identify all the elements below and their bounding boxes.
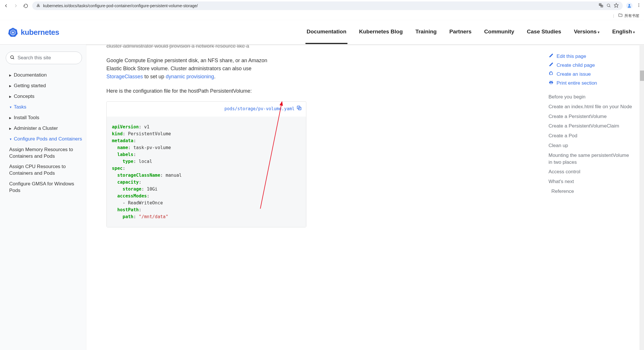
pencil-icon bbox=[549, 62, 554, 68]
svg-rect-2 bbox=[39, 6, 40, 7]
toc-item[interactable]: Create a PersistentVolumeClaim bbox=[549, 123, 632, 130]
profile-avatar[interactable] bbox=[626, 3, 632, 9]
link-dynamic-provisioning[interactable]: dynamic provisioning bbox=[166, 74, 214, 79]
svg-line-4 bbox=[37, 5, 38, 6]
svg-point-14 bbox=[639, 6, 639, 7]
toc-item[interactable]: Create an index.html file on your Node bbox=[549, 103, 632, 110]
paragraph: Google Compute Engine persistent disk, a… bbox=[106, 57, 267, 81]
scrollbar-thumb[interactable] bbox=[640, 71, 644, 81]
search-input[interactable] bbox=[6, 52, 82, 64]
code-source-link[interactable]: pods/storage/pv-volume.yaml bbox=[224, 106, 295, 112]
svg-point-13 bbox=[639, 5, 639, 6]
nav-language[interactable]: English bbox=[611, 20, 636, 44]
toc-item[interactable]: What's next bbox=[549, 178, 632, 185]
toc-item[interactable]: Create a PersistentVolume bbox=[549, 113, 632, 120]
reload-button[interactable] bbox=[22, 3, 29, 9]
toc-item[interactable]: Access control bbox=[549, 168, 632, 175]
toc-item[interactable]: Reference bbox=[549, 188, 632, 195]
action-create-child[interactable]: Create child page bbox=[549, 62, 632, 68]
action-create-issue[interactable]: Create an issue bbox=[549, 71, 632, 77]
sidebar-item-getting-started[interactable]: ▶Getting started bbox=[4, 81, 86, 91]
link-storageclasses[interactable]: StorageClasses bbox=[106, 74, 143, 79]
site-header: kubernetes Documentation Kubernetes Blog… bbox=[0, 20, 644, 45]
translate-icon[interactable] bbox=[599, 3, 603, 9]
nav-case-studies[interactable]: Case Studies bbox=[526, 20, 562, 44]
kubernetes-logo-icon bbox=[8, 27, 18, 37]
github-icon bbox=[549, 71, 554, 77]
sidebar-item-assign-cpu[interactable]: Assign CPU Resources to Containers and P… bbox=[4, 161, 86, 179]
svg-line-26 bbox=[13, 58, 14, 59]
nav-documentation[interactable]: Documentation bbox=[305, 20, 347, 44]
sidebar-item-documentation[interactable]: ▶Documentation bbox=[4, 70, 86, 81]
svg-point-24 bbox=[12, 32, 13, 33]
copy-icon[interactable] bbox=[296, 105, 302, 113]
sidebar-item-administer-cluster[interactable]: ▶Administer a Cluster bbox=[4, 123, 86, 134]
code-body: apiVersion: v1 kind: PersistentVolume me… bbox=[107, 117, 306, 227]
clipped-text: cluster administrator would provision a … bbox=[106, 45, 267, 50]
forward-button[interactable] bbox=[13, 3, 19, 9]
sidebar-item-assign-memory[interactable]: Assign Memory Resources to Containers an… bbox=[4, 144, 86, 162]
bookmarks-bar: | 所有书签 bbox=[0, 12, 644, 20]
address-bar[interactable]: kubernetes.io/docs/tasks/configure-pod-c… bbox=[32, 1, 623, 10]
svg-line-5 bbox=[38, 5, 39, 6]
menu-icon[interactable] bbox=[637, 3, 641, 9]
nav-training[interactable]: Training bbox=[414, 20, 438, 44]
zoom-icon[interactable] bbox=[606, 3, 611, 9]
sidebar: ▶Documentation ▶Getting started ▶Concept… bbox=[0, 45, 86, 350]
toc-item[interactable]: Mounting the same persistentVolume in tw… bbox=[549, 152, 632, 166]
folder-icon[interactable] bbox=[618, 13, 623, 18]
site-info-icon[interactable] bbox=[36, 3, 40, 8]
nav-community[interactable]: Community bbox=[483, 20, 515, 44]
svg-point-12 bbox=[639, 3, 639, 4]
divider: | bbox=[613, 14, 614, 18]
paragraph: Here is the configuration file for the h… bbox=[106, 87, 267, 95]
svg-point-8 bbox=[607, 4, 610, 6]
sidebar-item-configure-pods[interactable]: ▼Configure Pods and Containers bbox=[4, 134, 86, 144]
logo-text: kubernetes bbox=[21, 28, 59, 37]
nav-partners[interactable]: Partners bbox=[448, 20, 473, 44]
nav-blog[interactable]: Kubernetes Blog bbox=[358, 20, 404, 44]
code-block: pods/storage/pv-volume.yaml apiVersion: … bbox=[106, 101, 306, 227]
toc-item[interactable]: Before you begin bbox=[549, 94, 632, 100]
logo[interactable]: kubernetes bbox=[8, 27, 59, 37]
sidebar-item-concepts[interactable]: ▶Concepts bbox=[4, 91, 86, 102]
back-button[interactable] bbox=[3, 3, 9, 9]
sidebar-item-configure-gmsa[interactable]: Configure GMSA for Windows Pods bbox=[4, 179, 86, 196]
print-icon bbox=[549, 80, 554, 86]
svg-point-11 bbox=[628, 4, 630, 6]
all-bookmarks-label[interactable]: 所有书签 bbox=[624, 13, 639, 18]
svg-line-9 bbox=[609, 6, 610, 7]
nav-versions[interactable]: Versions bbox=[573, 20, 601, 44]
url-text: kubernetes.io/docs/tasks/configure-pod-c… bbox=[43, 3, 198, 8]
pencil-icon bbox=[549, 53, 554, 59]
action-print-section[interactable]: Print entire section bbox=[549, 80, 632, 86]
sidebar-item-tasks[interactable]: ▼Tasks bbox=[4, 102, 86, 113]
table-of-contents: Before you begin Create an index.html fi… bbox=[549, 94, 632, 195]
action-edit-page[interactable]: Edit this page bbox=[549, 53, 632, 59]
svg-rect-0 bbox=[38, 4, 39, 5]
bookmark-star-icon[interactable] bbox=[614, 3, 619, 9]
browser-toolbar: kubernetes.io/docs/tasks/configure-pod-c… bbox=[0, 0, 644, 12]
page-scrollbar[interactable] bbox=[639, 45, 644, 350]
toc-item[interactable]: Create a Pod bbox=[549, 132, 632, 139]
search-icon bbox=[10, 55, 15, 61]
toc-item[interactable]: Clean up bbox=[549, 142, 632, 149]
svg-rect-1 bbox=[37, 6, 38, 7]
svg-marker-10 bbox=[614, 3, 618, 7]
main-content: cluster administrator would provision a … bbox=[86, 45, 542, 350]
sidebar-item-install-tools[interactable]: ▶Install Tools bbox=[4, 113, 86, 123]
right-column: Edit this page Create child page Create … bbox=[542, 45, 639, 350]
svg-point-25 bbox=[11, 56, 14, 58]
